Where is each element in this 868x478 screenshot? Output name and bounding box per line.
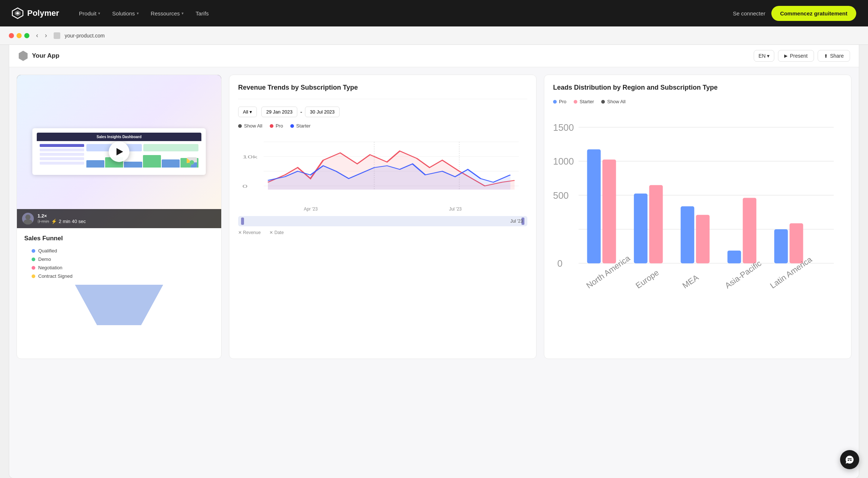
forward-button[interactable]: › — [43, 31, 49, 40]
filter-all-button[interactable]: All ▾ — [238, 107, 257, 117]
chat-button[interactable] — [840, 450, 859, 469]
legend-dot — [32, 258, 35, 261]
present-button[interactable]: ▶ Present — [778, 50, 814, 62]
legend-starter: Starter — [290, 123, 311, 129]
thumbnail-chart — [86, 153, 198, 168]
browser-bar: ‹ › your-product.com — [0, 26, 868, 45]
lightning-icon: ⚡ — [51, 219, 57, 224]
present-icon: ▶ — [784, 53, 788, 58]
x-label: Europe — [634, 268, 660, 290]
x-label: MEA — [681, 273, 700, 290]
pie-chart — [187, 157, 197, 168]
sidebar-item — [40, 148, 84, 151]
logo[interactable]: Polymer — [12, 7, 59, 19]
bar-mea-pro — [681, 206, 694, 263]
line-chart: 10k 0 — [238, 134, 527, 201]
thumbnail-sidebar — [40, 144, 84, 168]
bar-ap-pro — [728, 251, 741, 263]
thumbnail-main — [86, 144, 198, 168]
browser-nav: ‹ › — [34, 31, 49, 40]
sidebar-item — [40, 153, 84, 156]
chevron-down-icon: ▾ — [98, 11, 100, 16]
bar — [162, 159, 180, 168]
language-selector[interactable]: EN ▾ — [754, 50, 774, 62]
legend-pro: Pro — [270, 123, 283, 129]
axis-labels: ✕ Revenue ✕ Date — [238, 226, 527, 235]
legend-starter: Starter — [574, 99, 594, 104]
date-start-input[interactable]: 29 Jan 2023 — [261, 107, 297, 117]
center-panel-card: Revenue Trends by Subscription Type All … — [229, 75, 537, 359]
bar-chart-svg: 1500 1000 500 0 — [553, 110, 842, 348]
x-axis-label: ✕ Revenue — [238, 230, 261, 235]
legend-dot — [32, 249, 35, 253]
line-chart-svg: 10k 0 — [238, 134, 527, 201]
bar-la-pro — [774, 229, 788, 263]
chevron-down-icon: ▾ — [137, 11, 139, 16]
app-header: Your App EN ▾ ▶ Present ⬆ Share — [9, 45, 859, 67]
bar — [124, 162, 142, 168]
bar-la-starter — [789, 223, 803, 263]
app-title-area: Your App — [18, 51, 754, 61]
x-label-apr: Apr '23 — [304, 206, 318, 212]
funnel-chart — [68, 285, 171, 325]
navbar: Polymer Produit ▾ Solutions ▾ Ressources… — [0, 0, 868, 26]
chevron-down-icon: ▾ — [250, 109, 252, 115]
thumbnail-stats — [86, 144, 198, 151]
browser-url[interactable]: your-product.com — [65, 33, 105, 39]
legend-show-all: Show All — [601, 99, 625, 104]
bar-eu-starter — [649, 185, 663, 263]
app-icon — [18, 51, 28, 61]
svg-marker-19 — [268, 164, 510, 190]
revenue-chart-title: Revenue Trends by Subscription Type — [238, 84, 527, 91]
video-time: 3 min ⚡ 2 min 40 sec — [37, 219, 216, 224]
bar-na-starter — [602, 159, 616, 263]
nav-tarifs[interactable]: Tarifs — [190, 7, 214, 19]
sidebar-item — [40, 157, 84, 160]
cta-button[interactable]: Commencez gratuitement — [771, 6, 856, 21]
stat-green — [143, 144, 199, 151]
bar-ap-starter — [743, 198, 756, 263]
bar-eu-pro — [634, 194, 648, 263]
svg-text:500: 500 — [553, 190, 568, 201]
legend-pro: Pro — [553, 99, 566, 104]
range-handle-left[interactable] — [241, 218, 244, 225]
video-preview[interactable]: Sales Insights Dashboard — [17, 75, 221, 228]
share-button[interactable]: ⬆ Share — [818, 50, 850, 62]
sales-funnel-title: Sales Funnel — [24, 235, 214, 242]
logo-text: Polymer — [27, 8, 59, 18]
minimize-dot[interactable] — [17, 33, 22, 38]
maximize-dot[interactable] — [24, 33, 29, 38]
close-dot[interactable] — [9, 33, 14, 38]
range-slider[interactable]: Jul '23 — [238, 216, 527, 226]
legend-qualified: Qualified — [32, 248, 214, 254]
video-overlay: 1.2× 3 min ⚡ 2 min 40 sec — [17, 209, 221, 228]
signin-link[interactable]: Se connecter — [733, 10, 765, 17]
share-icon: ⬆ — [824, 53, 828, 59]
svg-point-7 — [25, 215, 31, 220]
legend-dot — [290, 124, 294, 128]
svg-text:0: 0 — [557, 258, 563, 269]
legend-dot — [553, 100, 557, 104]
nav-ressources[interactable]: Ressources ▾ — [146, 7, 189, 19]
date-end-input[interactable]: 30 Jul 2023 — [305, 107, 339, 117]
range-label: Jul '23 — [510, 219, 523, 224]
back-button[interactable]: ‹ — [34, 31, 40, 40]
nav-produit[interactable]: Produit ▾ — [74, 7, 106, 19]
sidebar-item — [40, 162, 84, 165]
svg-marker-9 — [75, 285, 163, 325]
navbar-actions: Se connecter Commencez gratuitement — [733, 6, 856, 21]
chart-divider — [238, 99, 527, 99]
page-title: Your App — [32, 52, 60, 60]
browser-dots — [9, 33, 29, 38]
header-actions: EN ▾ ▶ Present ⬆ Share — [754, 50, 850, 62]
video-speed: 1.2× — [37, 213, 216, 219]
filter-row: All ▾ 29 Jan 2023 - 30 Jul 2023 — [238, 107, 527, 117]
funnel-shape-container — [24, 285, 214, 329]
bar-na-pro — [587, 149, 601, 263]
date-range: 29 Jan 2023 - 30 Jul 2023 — [261, 107, 339, 117]
bar-chart — [86, 153, 198, 168]
bar — [143, 155, 161, 168]
play-button[interactable] — [109, 141, 129, 162]
nav-solutions[interactable]: Solutions ▾ — [107, 7, 144, 19]
video-meta: 1.2× 3 min ⚡ 2 min 40 sec — [37, 213, 216, 224]
